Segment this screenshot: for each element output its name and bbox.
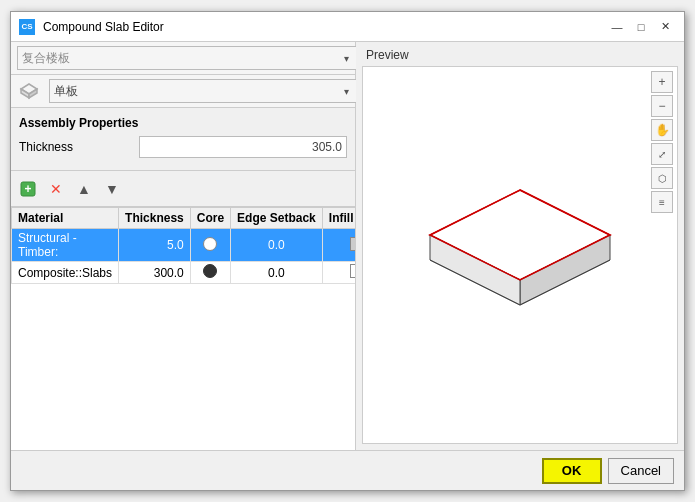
zoom-in-button[interactable]: + <box>651 71 673 93</box>
cell-material: Composite::Slabs <box>12 262 119 284</box>
window-controls: — □ ✕ <box>606 16 676 38</box>
slab-icon <box>17 79 41 103</box>
cell-material: Structural - Timber: <box>12 229 119 262</box>
maximize-button[interactable]: □ <box>630 16 652 38</box>
col-thickness: Thickness <box>119 208 191 229</box>
col-edge-setback: Edge Setback <box>231 208 323 229</box>
svg-marker-2 <box>29 89 37 98</box>
dialog-title: Compound Slab Editor <box>43 20 606 34</box>
pan-button[interactable]: ✋ <box>651 119 673 141</box>
cell-edge-setback: 0.0 <box>231 262 323 284</box>
assembly-properties-section: Assembly Properties Thickness <box>11 108 355 171</box>
preview-header: Preview <box>356 42 684 66</box>
thickness-cell-input[interactable] <box>125 238 184 252</box>
move-up-button[interactable]: ▲ <box>71 176 97 202</box>
compound-slab-editor-dialog: CS Compound Slab Editor — □ ✕ 复合楼板 ▾ <box>10 11 685 491</box>
fit-button[interactable]: ⤢ <box>651 143 673 165</box>
table-header-row: Material Thickness Core Edge Setback Inf… <box>12 208 356 229</box>
col-material: Material <box>12 208 119 229</box>
dialog-icon: CS <box>19 19 35 35</box>
cell-edge-setback: 0.0 <box>231 229 323 262</box>
thickness-prop-row: Thickness <box>19 136 347 158</box>
cell-core[interactable] <box>190 229 230 262</box>
minimize-button[interactable]: — <box>606 16 628 38</box>
preview-tools: + − ✋ ⤢ ⬡ ≡ <box>651 71 673 213</box>
core-radio[interactable] <box>203 264 217 278</box>
cell-infill-edge[interactable] <box>322 262 355 284</box>
cell-infill-edge[interactable] <box>322 229 355 262</box>
main-content: 复合楼板 ▾ 单板 ▾ Asse <box>11 42 684 450</box>
compound-type-select[interactable]: 复合楼板 <box>17 46 364 70</box>
left-panel: 复合楼板 ▾ 单板 ▾ Asse <box>11 42 356 450</box>
view3d-button[interactable]: ⬡ <box>651 167 673 189</box>
cell-thickness[interactable] <box>119 229 191 262</box>
bottom-bar: OK Cancel <box>11 450 684 490</box>
preview-svg <box>410 170 630 340</box>
core-radio[interactable] <box>203 237 217 251</box>
cell-core[interactable] <box>190 262 230 284</box>
layer-toolbar: + ✕ ▲ ▼ <box>11 171 355 207</box>
table-row[interactable]: Composite::Slabs 300.0 0.0 <box>12 262 356 284</box>
cell-thickness[interactable]: 300.0 <box>119 262 191 284</box>
thickness-input[interactable] <box>139 136 347 158</box>
add-layer-button[interactable]: + <box>15 176 41 202</box>
zoom-out-button[interactable]: − <box>651 95 673 117</box>
col-core: Core <box>190 208 230 229</box>
col-infill-edge: Infill Edge <box>322 208 355 229</box>
assembly-props-title: Assembly Properties <box>19 116 347 130</box>
layers-button[interactable]: ≡ <box>651 191 673 213</box>
dropdown2-row: 单板 ▾ <box>11 75 355 108</box>
ok-button[interactable]: OK <box>542 458 602 484</box>
infill-edge-checkbox[interactable] <box>350 264 355 278</box>
svg-text:+: + <box>24 182 31 196</box>
layers-table: Material Thickness Core Edge Setback Inf… <box>11 207 355 284</box>
infill-edge-checkbox[interactable] <box>350 237 355 251</box>
layers-table-area: Material Thickness Core Edge Setback Inf… <box>11 207 355 450</box>
thickness-label: Thickness <box>19 140 139 154</box>
layer-select[interactable]: 单板 <box>49 79 364 103</box>
dropdown1-row: 复合楼板 ▾ <box>11 42 355 75</box>
table-row[interactable]: Structural - Timber: 0.0 <box>12 229 356 262</box>
move-down-button[interactable]: ▼ <box>99 176 125 202</box>
cancel-button[interactable]: Cancel <box>608 458 674 484</box>
right-panel: Preview + <box>356 42 684 450</box>
close-button[interactable]: ✕ <box>654 16 676 38</box>
titlebar: CS Compound Slab Editor — □ ✕ <box>11 12 684 42</box>
delete-layer-button[interactable]: ✕ <box>43 176 69 202</box>
svg-marker-1 <box>21 89 29 98</box>
preview-canvas: + − ✋ ⤢ ⬡ ≡ <box>362 66 678 444</box>
